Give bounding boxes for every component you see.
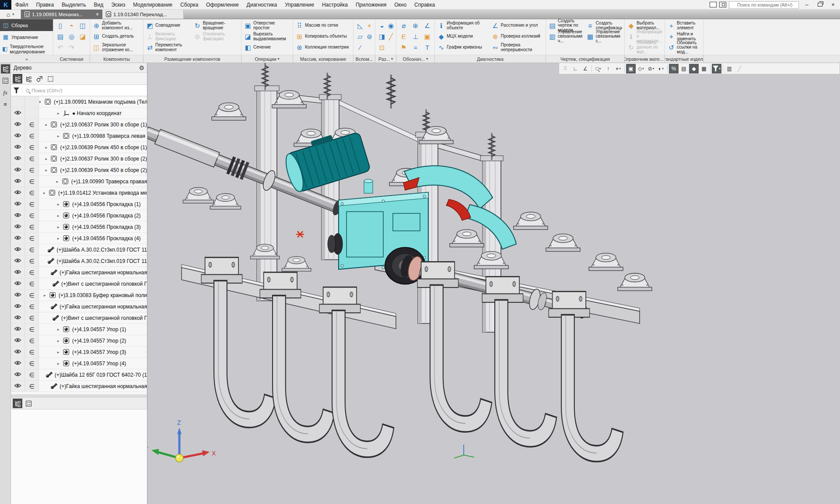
inclusion-cell[interactable]: ∈ bbox=[25, 256, 39, 266]
ribbon-group-label[interactable]: Стандартные изделия bbox=[665, 55, 704, 63]
expand-arrow-icon[interactable]: ▸ bbox=[45, 122, 51, 127]
visibility-cell[interactable] bbox=[11, 199, 25, 210]
ribbon-group-label[interactable]: Размещение компонентов bbox=[144, 55, 242, 63]
inclusion-cell[interactable]: ∈ bbox=[25, 187, 39, 198]
expand-arrow-icon[interactable]: ▸ bbox=[56, 179, 62, 184]
tree-row[interactable]: ∈(+)Шайба А.30.02.Ст3кп.019 ГОСТ 11 bbox=[11, 256, 147, 267]
tree-item[interactable]: (+)Гайка шестигранная нормальная bbox=[39, 381, 147, 392]
visibility-cell[interactable] bbox=[11, 301, 25, 312]
grip-icon[interactable]: ⠿ bbox=[560, 64, 570, 74]
tree-row[interactable]: ∈▸(+)4.19.04557 Упор (3) bbox=[11, 346, 147, 358]
inclusion-cell[interactable]: ∈ bbox=[25, 267, 39, 278]
eye-icon[interactable] bbox=[14, 144, 21, 150]
menu-item[interactable]: Моделирование bbox=[129, 0, 176, 9]
visibility-cell[interactable] bbox=[11, 176, 25, 187]
eye-icon[interactable] bbox=[14, 224, 21, 230]
expand-arrow-icon[interactable]: ▾ bbox=[39, 100, 45, 104]
inclusion-cell[interactable]: ∈ bbox=[25, 210, 39, 221]
gear-icon[interactable]: ⚙ bbox=[139, 64, 144, 71]
annotations-icon[interactable]: ▤ bbox=[679, 64, 689, 74]
tree-item[interactable]: (+)Шайба 12 65Г 019 ГОСТ 6402-70 (1 bbox=[39, 369, 147, 380]
inclusion-cell[interactable]: ∈ bbox=[25, 358, 39, 369]
eye-icon[interactable] bbox=[14, 292, 21, 298]
ribbon-icon-button[interactable]: ⌀ bbox=[398, 20, 410, 31]
home-button[interactable]: ⌂ ▾ bbox=[0, 10, 21, 19]
visibility-cell[interactable] bbox=[11, 278, 25, 289]
tree-item[interactable]: (+)Гайка шестигранная нормальная bbox=[39, 301, 147, 312]
ribbon-icon-button[interactable]: ◉ bbox=[386, 20, 396, 31]
visibility-cell[interactable] bbox=[11, 267, 25, 278]
document-tab[interactable]: 1.19.00991 Механиз...× bbox=[21, 10, 102, 19]
tree-plain-icon[interactable] bbox=[24, 74, 33, 84]
eye-icon[interactable] bbox=[14, 213, 21, 219]
tree-item[interactable]: ▸(+)1.19.00990 Траверса правая bbox=[39, 176, 147, 187]
ribbon-icon-button[interactable]: ◪ bbox=[77, 31, 88, 42]
ribbon-icon-button[interactable]: ⊚ bbox=[364, 31, 375, 42]
measure-icon[interactable]: ▥ bbox=[724, 64, 734, 74]
tree-row[interactable]: ∈(+)Шайба 12 65Г 019 ГОСТ 6402-70 (1 bbox=[11, 369, 147, 381]
fx-icon[interactable]: fx bbox=[1, 88, 10, 97]
tree-row[interactable]: ∈▸(+)4.19.04556 Прокладка (2) bbox=[11, 210, 147, 221]
ribbon-icon-button[interactable]: ∠ bbox=[421, 20, 433, 31]
expand-arrow-icon[interactable]: ▸ bbox=[57, 134, 63, 138]
close-button[interactable]: × bbox=[828, 1, 838, 9]
ribbon-button[interactable]: ⊞Копировать объекты bbox=[294, 31, 352, 42]
document-tab[interactable]: 1.19.01340 Переклад... bbox=[102, 10, 184, 19]
eye-icon[interactable] bbox=[14, 304, 21, 310]
ribbon-button[interactable]: ◩Совпадение bbox=[145, 20, 192, 31]
visibility-cell[interactable] bbox=[11, 119, 25, 130]
tree-row[interactable]: ∈▸(+)4.19.04556 Прокладка (3) bbox=[11, 221, 147, 233]
ribbon-button[interactable]: ∾Проверка непрерывности bbox=[490, 42, 545, 53]
inclusion-cell[interactable]: ∈ bbox=[25, 381, 39, 392]
mode-tab[interactable]: ▦Управление bbox=[0, 31, 53, 43]
ribbon-button[interactable]: ↻Вращение-вращение bbox=[192, 20, 240, 31]
tree-item[interactable]: ▸(+)4.19.04557 Упор (4) bbox=[39, 358, 147, 369]
expand-arrow-icon[interactable]: ▸ bbox=[45, 168, 51, 172]
ribbon-icon-button[interactable]: ▱ bbox=[355, 31, 365, 42]
ribbon-button[interactable]: ◪Вырезать выдавливанием bbox=[243, 31, 291, 42]
filter-icon[interactable]: ▾ bbox=[712, 64, 721, 74]
ribbon-icon-button[interactable]: ◎ bbox=[66, 31, 77, 42]
tree-row[interactable]: ▾(+)1.19.00991 Механизм подъема (Тел bbox=[11, 96, 147, 108]
visibility-cell[interactable] bbox=[11, 233, 25, 244]
ribbon-icon-button[interactable]: ◺ bbox=[355, 20, 365, 31]
eye-icon[interactable] bbox=[14, 190, 21, 196]
expand-arrow-icon[interactable]: ▸ bbox=[43, 191, 49, 195]
tree-row[interactable]: ∈▸(+)4.19.04557 Упор (2) bbox=[11, 335, 147, 346]
ribbon-icon-button[interactable]: ╱ bbox=[386, 31, 396, 42]
ribbon-button[interactable]: ◆МЦХ модели bbox=[436, 31, 490, 42]
eye-icon[interactable] bbox=[14, 349, 21, 355]
ribbon-button[interactable]: ⠿Массив по сетке bbox=[294, 20, 352, 31]
tree-search-input[interactable] bbox=[32, 88, 147, 93]
structure-icon[interactable] bbox=[1, 64, 10, 74]
ribbon-button[interactable]: ⊞Создать деталь bbox=[91, 31, 142, 42]
visibility-cell[interactable] bbox=[11, 369, 25, 380]
expand-arrow-icon[interactable]: ▸ bbox=[44, 293, 49, 298]
mode-tab[interactable]: ◫Сборка bbox=[0, 19, 53, 31]
tree-item[interactable]: ▸(+)4.19.04557 Упор (1) bbox=[39, 324, 147, 335]
inclusion-cell[interactable]: ∈ bbox=[25, 199, 39, 210]
eye-icon[interactable] bbox=[14, 281, 21, 287]
tree-item[interactable]: ▸(+)1.19.00988 Траверса левая bbox=[39, 130, 147, 141]
tree-item[interactable]: (+)Гайка шестигранная нормальная bbox=[39, 267, 147, 278]
tree-row[interactable]: ∈▸(+)1.19.01412 Установка привода ме bbox=[11, 187, 147, 199]
eyedropper-icon[interactable]: ╱ bbox=[735, 64, 744, 74]
inclusion-cell[interactable]: ∈ bbox=[25, 221, 39, 232]
ribbon-button[interactable]: +Вставить элемент bbox=[666, 20, 702, 31]
inclusion-cell[interactable]: ∈ bbox=[25, 324, 39, 335]
ribbon-icon-button[interactable]: ▯ bbox=[55, 20, 66, 31]
ribbon-button[interactable]: ▥Управление связанными ч... bbox=[547, 31, 585, 42]
ribbon-button[interactable]: ∠Расстояние и угол bbox=[490, 20, 545, 31]
ribbon-button[interactable]: ◫Зеркальное отражение ко... bbox=[91, 42, 142, 53]
menu-item[interactable]: Эскиз bbox=[107, 0, 129, 9]
inclusion-cell[interactable]: ∈ bbox=[25, 278, 39, 289]
hidden-lines-icon[interactable]: ⊘▾ bbox=[646, 64, 656, 74]
menu-item[interactable]: Сборка bbox=[176, 0, 202, 9]
eye-icon[interactable] bbox=[14, 315, 21, 321]
visibility-cell[interactable] bbox=[11, 312, 25, 323]
tree-item[interactable]: (+)Шайба А.30.02.Ст3кп.019 ГОСТ 11 bbox=[39, 244, 147, 255]
tree-row[interactable]: ∈▸(+)2.19.00639 Ролик 450 в сборе (1) bbox=[11, 142, 147, 153]
minimize-button[interactable]: – bbox=[802, 1, 812, 9]
eye-icon[interactable] bbox=[14, 178, 21, 185]
ribbon-group-label[interactable]: Чертеж, спецификация bbox=[546, 55, 625, 63]
